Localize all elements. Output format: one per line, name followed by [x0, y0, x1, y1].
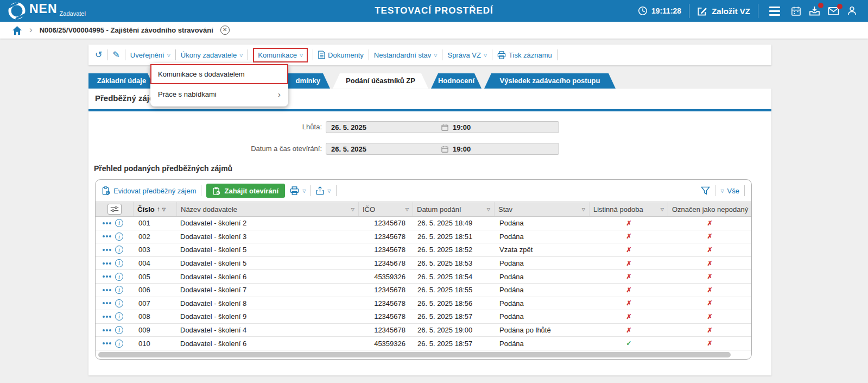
print-table-button[interactable]: ▽: [290, 186, 306, 195]
table-row[interactable]: i 001 Dodavatel - školení 2 12345678 26.…: [96, 217, 751, 230]
table-row[interactable]: i 004 Dodavatel - školení 5 12345678 26.…: [96, 257, 751, 271]
cell-stav: Podána: [495, 340, 590, 348]
filter-button[interactable]: [701, 186, 710, 195]
lhuta-datetime-field[interactable]: 26. 5. 2025 19:00: [326, 121, 559, 133]
tab-hodnoceni[interactable]: Hodnocení: [431, 73, 481, 89]
row-actions-icon[interactable]: [103, 222, 111, 224]
row-info-icon[interactable]: i: [115, 312, 123, 321]
column-header-datum[interactable]: Datum podání ▽: [413, 202, 495, 216]
table-row[interactable]: i 003 Dodavatel - školení 5 12345678 26.…: [96, 243, 751, 257]
column-header-listinna[interactable]: Listinná podoba ▽: [590, 202, 668, 216]
downloads-inbox-icon[interactable]: [809, 5, 820, 16]
zahajit-oteviranie-button[interactable]: Zahájit otevírání: [206, 184, 285, 198]
column-header-cislo[interactable]: Číslo ↑ ▽: [134, 202, 177, 216]
table-section-title: Přehled podaných předběžných zájmů: [94, 164, 232, 173]
menu-komunikace[interactable]: Komunikace▽: [253, 48, 308, 62]
row-actions-icon[interactable]: [103, 289, 111, 291]
otevirani-datetime-field[interactable]: 26. 5. 2025 19:00: [326, 143, 559, 155]
cell-stav: Podána: [495, 259, 590, 267]
table-row[interactable]: i 010 Dodavatel - školení 6 45359326 26.…: [96, 337, 751, 350]
chevron-down-icon: ▽: [434, 53, 437, 58]
tab-vysledek[interactable]: Výsledek zadávacího postupu: [484, 73, 616, 89]
menu-dokumenty[interactable]: Dokumenty: [318, 51, 364, 59]
column-header-nazev[interactable]: Název dodavatele ▽: [177, 202, 359, 216]
home-icon[interactable]: [12, 26, 22, 35]
column-header-stav[interactable]: Stav ▽: [495, 202, 590, 216]
row-actions-icon[interactable]: [103, 275, 111, 278]
table-row[interactable]: i 009 Dodavatel - školení 4 12345678 26.…: [96, 324, 751, 337]
column-label: Označen jako nepodaný: [672, 205, 748, 214]
edit-icon: [697, 6, 707, 16]
calendar-icon[interactable]: [791, 6, 801, 16]
row-info-icon[interactable]: i: [115, 286, 123, 294]
cell-datum: 26. 5. 2025 18:49: [413, 219, 495, 227]
menu-label: Uveřejnění: [130, 51, 164, 59]
divider: [557, 49, 557, 60]
menu-uverejneni[interactable]: Uveřejnění▽: [130, 51, 170, 59]
row-info-icon[interactable]: i: [115, 233, 123, 241]
cell-nepodany-mark: ✗: [668, 246, 751, 254]
edit-record-button[interactable]: ✎: [112, 51, 119, 59]
row-actions-icon[interactable]: [103, 262, 111, 265]
row-info-icon[interactable]: i: [115, 219, 123, 227]
row-info-icon[interactable]: i: [115, 246, 123, 254]
export-button[interactable]: ▽: [316, 186, 331, 195]
row-actions-icon[interactable]: [103, 249, 111, 251]
chevron-down-icon: ▽: [302, 189, 306, 193]
menu-item-label: Práce s nabídkami: [158, 90, 217, 98]
table-row[interactable]: i 008 Dodavatel - školení 9 12345678 26.…: [96, 310, 751, 324]
row-actions-icon[interactable]: [103, 342, 111, 344]
cell-nepodany-mark: ✗: [668, 313, 751, 321]
row-actions-icon[interactable]: [103, 329, 111, 331]
table-row[interactable]: i 005 Dodavatel - školení 6 45359326 26.…: [96, 270, 751, 284]
divider: [492, 49, 492, 60]
main-content-panel: Předběžný zájem Lhůta: 26. 5. 2025 19:00…: [88, 89, 771, 375]
row-info-icon[interactable]: i: [115, 340, 123, 348]
menu-nestandardni-stav[interactable]: Nestandardní stav▽: [374, 51, 438, 59]
table-row[interactable]: i 006 Dodavatel - školení 7 12345678 26.…: [96, 284, 751, 297]
menu-label: Správa VZ: [447, 51, 480, 59]
nen-logo[interactable]: NEN Zadavatel: [8, 2, 86, 20]
breadcrumb-item[interactable]: N006/25/V00004995 - Zajištění závodního …: [40, 26, 213, 34]
top-header-bar: NEN Zadavatel TESTOVACÍ PROSTŘEDÍ 19:11:…: [0, 0, 868, 22]
evidovat-button[interactable]: Evidovat předběžný zájem: [102, 186, 196, 195]
column-header-ico[interactable]: IČO ▽: [359, 202, 413, 216]
column-config-icon[interactable]: [107, 204, 122, 215]
menu-sprava-vz[interactable]: Správa VZ▽: [447, 51, 487, 59]
calendar-small-icon[interactable]: [441, 146, 448, 153]
user-profile-icon[interactable]: [847, 5, 857, 16]
row-actions-icon[interactable]: [103, 302, 111, 304]
table-row[interactable]: i 007 Dodavatel - školení 8 12345678 26.…: [96, 297, 751, 311]
row-info-icon[interactable]: i: [115, 299, 123, 307]
nen-logo-icon: [8, 2, 26, 20]
scrollbar-thumb[interactable]: [98, 352, 731, 357]
mail-icon[interactable]: [828, 7, 839, 16]
menu-tisk-zaznamu[interactable]: Tisk záznamu: [497, 51, 552, 59]
tab-podani-ucastniku[interactable]: Podání účastníků ZP: [333, 73, 428, 89]
create-vz-button[interactable]: Založit VZ: [697, 6, 750, 16]
column-label: Číslo: [137, 205, 155, 214]
menu-ukony-zadavatele[interactable]: Úkony zadavatele▽: [181, 51, 243, 59]
row-actions-icon[interactable]: [103, 235, 111, 237]
environment-title: TESTOVACÍ PROSTŘEDÍ: [375, 5, 493, 16]
row-info-icon[interactable]: i: [115, 326, 123, 334]
close-record-icon[interactable]: ✕: [220, 26, 230, 35]
menu-item-komunikace-s-dodavatelem[interactable]: Komunikace s dodavatelem: [150, 64, 288, 84]
export-icon: [316, 186, 324, 195]
cell-cislo: 003: [134, 246, 177, 254]
pencil-icon: ✎: [112, 51, 119, 59]
tab-zakladni-udaje[interactable]: Základní údaje: [88, 73, 155, 89]
refresh-button[interactable]: ↺: [95, 51, 102, 59]
row-info-icon[interactable]: i: [115, 259, 123, 267]
menu-item-prace-s-nabidkami[interactable]: Práce s nabídkami ›: [150, 84, 288, 104]
cell-datum: 26. 5. 2025 18:57: [413, 340, 495, 348]
row-info-icon[interactable]: i: [115, 273, 123, 281]
filter-scope-dropdown[interactable]: ▽ Vše: [720, 187, 739, 195]
table-row[interactable]: i 002 Dodavatel - školení 3 12345678 26.…: [96, 230, 751, 244]
section-title-underline: [88, 109, 771, 111]
column-header-nepodany[interactable]: Označen jako nepodaný: [668, 202, 751, 216]
row-actions-icon[interactable]: [103, 316, 111, 318]
calendar-small-icon[interactable]: [441, 124, 448, 131]
menu-hamburger-icon[interactable]: [766, 7, 783, 16]
cell-listinna-mark: ✗: [590, 219, 668, 227]
